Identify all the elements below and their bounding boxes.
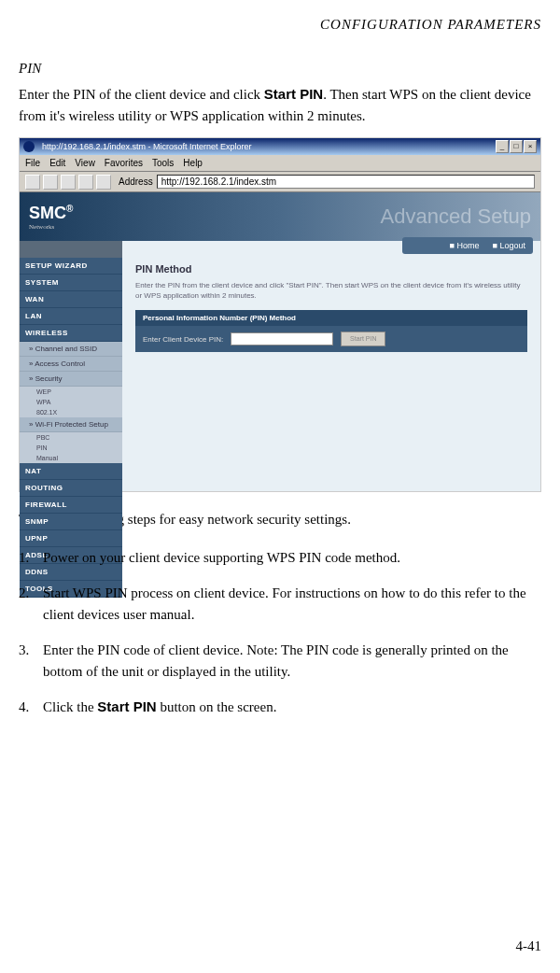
- sidebar-item-wireless[interactable]: WIRELESS: [20, 325, 122, 342]
- sidebar-item-firewall[interactable]: FIREWALL: [20, 497, 122, 514]
- address-value: http://192.168.2.1/index.stm: [161, 176, 276, 187]
- minimize-button[interactable]: _: [496, 140, 509, 153]
- ie-icon: [23, 141, 35, 152]
- sidebar-item-pin[interactable]: PIN: [20, 443, 122, 453]
- pin-input[interactable]: [231, 332, 333, 345]
- section-title: PIN: [19, 61, 541, 77]
- menu-view[interactable]: View: [75, 158, 95, 168]
- pin-field-label: Enter Client Device PIN:: [143, 335, 223, 344]
- menu-favorites[interactable]: Favorites: [105, 158, 143, 168]
- menu-file[interactable]: File: [25, 158, 40, 168]
- sidebar-item-manual[interactable]: Manual: [20, 453, 122, 463]
- sidebar-item-snmp[interactable]: SNMP: [20, 514, 122, 530]
- sidebar-item-wi-fi-protected-setup[interactable]: » Wi-Fi Protected Setup: [20, 417, 122, 432]
- router-admin-screenshot: http://192.168.2.1/index.stm - Microsoft…: [19, 137, 541, 492]
- pin-section-header: Personal Information Number (PIN) Method: [135, 310, 527, 326]
- sidebar-item-pbc[interactable]: PBC: [20, 432, 122, 443]
- sidebar-item-nat[interactable]: NAT: [20, 463, 122, 480]
- sidebar-item-routing[interactable]: ROUTING: [20, 480, 122, 497]
- maximize-button[interactable]: □: [510, 140, 523, 153]
- intro-text-pre: Enter the PIN of the client device and c…: [19, 87, 264, 102]
- sidebar-item-system[interactable]: SYSTEM: [20, 275, 122, 291]
- pin-entry-row: Enter Client Device PIN: Start PIN: [135, 326, 527, 352]
- start-pin-button[interactable]: Start PIN: [341, 331, 385, 346]
- intro-bold: Start PIN: [264, 86, 323, 102]
- address-label: Address: [119, 176, 153, 187]
- sidebar-item-channel-and-ssid[interactable]: » Channel and SSID: [20, 342, 122, 357]
- step-2: Start WPS PIN process on client device. …: [19, 583, 541, 625]
- sidebar-item-upnp[interactable]: UPNP: [20, 530, 122, 547]
- sidebar-item-lan[interactable]: LAN: [20, 308, 122, 325]
- menu-help[interactable]: Help: [183, 158, 203, 168]
- refresh-icon[interactable]: [78, 175, 93, 190]
- window-titlebar: http://192.168.2.1/index.stm - Microsoft…: [20, 138, 540, 155]
- sidebar-item-setup-wizard[interactable]: SETUP WIZARD: [20, 258, 122, 275]
- window-title: http://192.168.2.1/index.stm - Microsoft…: [42, 142, 252, 151]
- intro-paragraph: Enter the PIN of the client device and c…: [19, 84, 541, 126]
- step-3: Enter the PIN code of client device. Not…: [19, 640, 541, 682]
- panel-title: PIN Method: [135, 263, 527, 275]
- banner-link-logout[interactable]: ■ Logout: [493, 241, 525, 250]
- banner-title: Advanced Setup: [381, 204, 531, 229]
- sidebar-item-wan[interactable]: WAN: [20, 291, 122, 308]
- sidebar-item-access-control[interactable]: » Access Control: [20, 357, 122, 372]
- menu-edit[interactable]: Edit: [49, 158, 65, 168]
- address-toolbar: Address http://192.168.2.1/index.stm: [20, 172, 540, 192]
- menu-tools[interactable]: Tools: [152, 158, 174, 168]
- home-icon[interactable]: [96, 175, 111, 190]
- sidebar-item-wpa[interactable]: WPA: [20, 397, 122, 407]
- window-controls: _ □ ×: [496, 140, 537, 153]
- step-1: Power on your client device supporting W…: [19, 547, 541, 569]
- smc-logo: SMC®: [29, 204, 73, 222]
- panel-description: Enter the PIN from the client device and…: [135, 280, 527, 301]
- page-header: CONFIGURATION PARAMETERS: [19, 17, 541, 33]
- step-4: Click the Start PIN button on the screen…: [19, 697, 541, 718]
- sidebar-item-security[interactable]: » Security: [20, 372, 122, 387]
- page-banner: SMC® Networks Advanced Setup: [20, 192, 540, 241]
- sidebar-item-802-1x[interactable]: 802.1X: [20, 407, 122, 417]
- back-icon[interactable]: [25, 175, 40, 190]
- address-input[interactable]: http://192.168.2.1/index.stm: [157, 175, 535, 189]
- menu-bar: File Edit View Favorites Tools Help: [20, 155, 540, 172]
- sidebar-item-wep[interactable]: WEP: [20, 387, 122, 397]
- smc-logo-sub: Networks: [29, 223, 73, 231]
- banner-link-home[interactable]: ■ Home: [450, 241, 480, 250]
- page-number: 4-41: [516, 938, 542, 954]
- stop-icon[interactable]: [61, 175, 76, 190]
- forward-icon[interactable]: [43, 175, 58, 190]
- banner-nav: ■ Home ■ Logout: [450, 241, 525, 250]
- close-button[interactable]: ×: [524, 140, 537, 153]
